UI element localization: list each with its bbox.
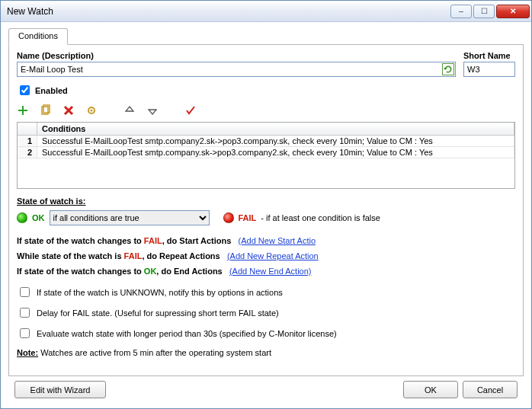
button-bar: Edit with Wizard OK Cancel — [8, 376, 524, 402]
enabled-checkbox[interactable] — [20, 85, 30, 95]
state-select[interactable]: if all conditions are true — [50, 210, 210, 225]
titlebar: New Watch – ☐ ✕ — [1, 1, 531, 22]
l3-pre: If state of the watch changes to — [17, 267, 144, 276]
unknown-notify-checkbox[interactable] — [20, 287, 30, 297]
name-row: Name (Description) Short Name — [17, 51, 515, 77]
l1-pre: If state of the watch changes to — [17, 236, 144, 245]
add-start-action-link[interactable]: (Add New Start Actio — [239, 236, 316, 245]
note-label: Note: — [17, 348, 38, 357]
cancel-button[interactable]: Cancel — [463, 381, 518, 398]
fail-dot-icon — [223, 212, 234, 223]
delay-fail-checkbox[interactable] — [20, 308, 30, 318]
close-button[interactable]: ✕ — [496, 5, 530, 18]
action-lines: If state of the watch changes to FAIL, d… — [17, 236, 515, 276]
ok-dot-icon — [17, 212, 27, 223]
row-number: 2 — [18, 147, 37, 158]
option-checks: If state of the watch is UNKNOWN, notify… — [17, 285, 515, 340]
state-title: State of watch is: — [17, 197, 515, 206]
l3-ok: OK — [144, 267, 157, 276]
conditions-table: Conditions 1 Successful E-MailLoopTest s… — [17, 122, 515, 189]
shortname-label: Short Name — [463, 51, 515, 60]
svg-point-3 — [91, 110, 93, 112]
add-icon[interactable] — [17, 104, 29, 117]
conditions-toolbar — [17, 104, 515, 117]
name-label: Name (Description) — [17, 51, 456, 60]
delete-icon[interactable] — [62, 104, 75, 117]
row-text: Successful E-MailLoopTest smtp.company.s… — [37, 147, 514, 158]
enabled-label: Enabled — [35, 86, 68, 95]
maximize-button[interactable]: ☐ — [473, 5, 495, 18]
check1-label: If state of the watch is UNKNOWN, notify… — [37, 288, 283, 297]
edit-wizard-button[interactable]: Edit with Wizard — [14, 381, 106, 398]
check-icon[interactable] — [184, 104, 197, 117]
l2-mid: , do — [142, 251, 159, 260]
add-end-action-link[interactable]: (Add New End Action) — [229, 267, 312, 276]
window-buttons: – ☐ ✕ — [450, 5, 530, 18]
check2-label: Delay for FAIL state. (Useful for supres… — [37, 308, 279, 318]
l2-fail: FAIL — [124, 251, 143, 260]
ok-text: OK — [32, 213, 45, 222]
l1-act: Start Actions — [179, 236, 231, 245]
minimize-button[interactable]: – — [450, 5, 472, 18]
name-input[interactable] — [17, 62, 456, 77]
fail-tail: - if at least one condition is false — [261, 213, 380, 222]
move-down-icon[interactable] — [146, 104, 159, 117]
l3-act: End Actions — [174, 267, 223, 276]
note-text: Watches are active from 5 min after the … — [38, 348, 271, 357]
copy-icon[interactable] — [40, 104, 52, 117]
l2-act: Repeat Actions — [159, 251, 220, 260]
row-number: 1 — [18, 136, 37, 146]
gear-icon[interactable] — [85, 104, 98, 117]
window-title: New Watch — [7, 6, 450, 17]
new-watch-window: New Watch – ☐ ✕ Conditions Name (Descrip… — [0, 0, 532, 409]
conditions-header-num — [18, 123, 37, 135]
l3-mid: , do — [156, 267, 174, 276]
check3-label: Evaluate watch state with longer period … — [37, 329, 337, 338]
longer-period-checkbox[interactable] — [20, 328, 30, 338]
l2-pre: While state of the watch is — [17, 251, 124, 260]
row-text: Successful E-MailLoopTest smtp.company2.… — [37, 136, 514, 146]
ok-button[interactable]: OK — [403, 381, 458, 398]
table-row[interactable]: 2 Successful E-MailLoopTest smtp.company… — [18, 147, 514, 158]
note: Note: Watches are active from 5 min afte… — [17, 348, 515, 357]
add-repeat-action-link[interactable]: (Add New Repeat Action — [227, 251, 319, 260]
table-row[interactable]: 1 Successful E-MailLoopTest smtp.company… — [18, 136, 514, 147]
l1-fail: FAIL — [144, 236, 162, 245]
shortname-input[interactable] — [463, 62, 515, 77]
move-up-icon[interactable] — [123, 104, 136, 117]
tab-conditions[interactable]: Conditions — [8, 28, 68, 45]
tabpage-conditions: Name (Description) Short Name Enabled — [8, 45, 524, 376]
state-section: State of watch is: OK if all conditions … — [17, 197, 515, 225]
conditions-header-text: Conditions — [37, 123, 514, 135]
refresh-icon[interactable] — [442, 63, 454, 75]
client-area: Conditions Name (Description) Short Name — [1, 22, 531, 408]
fail-text: FAIL — [239, 213, 257, 222]
l1-mid: , do — [162, 236, 180, 245]
tabstrip: Conditions — [8, 27, 524, 45]
